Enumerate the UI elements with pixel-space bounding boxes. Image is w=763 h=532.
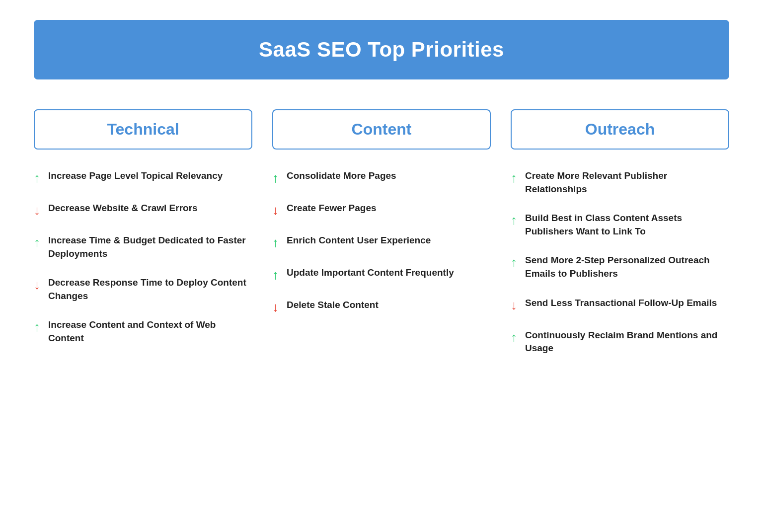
item-text: Update Important Content Frequently [287,266,454,280]
arrow-down-icon: ↓ [34,203,40,218]
arrow-up-icon: ↑ [34,319,40,335]
arrow-down-icon: ↓ [511,298,517,313]
arrow-down-icon: ↓ [34,277,40,293]
list-item: ↑Enrich Content User Experience [272,234,491,250]
list-item: ↑Increase Time & Budget Dedicated to Fas… [34,234,252,260]
column-title-technical: Technical [43,120,243,139]
list-item: ↑Increase Content and Context of Web Con… [34,318,252,345]
items-list-technical: ↑Increase Page Level Topical Relevancy↓D… [34,169,252,345]
item-text: Decrease Response Time to Deploy Content… [48,276,252,303]
item-text: Increase Time & Budget Dedicated to Fast… [48,234,252,260]
arrow-up-icon: ↑ [34,170,40,186]
page-title: SaaS SEO Top Priorities [54,38,709,62]
list-item: ↑Send More 2-Step Personalized Outreach … [511,254,729,280]
list-item: ↑Increase Page Level Topical Relevancy [34,169,252,186]
page-container: SaaS SEO Top Priorities Technical↑Increa… [34,20,729,355]
list-item: ↓Decrease Response Time to Deploy Conten… [34,276,252,303]
item-text: Increase Content and Context of Web Cont… [48,318,252,345]
list-item: ↑Consolidate More Pages [272,169,491,186]
item-text: Decrease Website & Crawl Errors [48,202,198,215]
column-header-technical: Technical [34,109,252,150]
item-text: Send More 2-Step Personalized Outreach E… [525,254,729,280]
list-item: ↑Update Important Content Frequently [272,266,491,283]
item-text: Create More Relevant Publisher Relations… [525,169,729,196]
item-text: Delete Stale Content [287,299,379,312]
header-banner: SaaS SEO Top Priorities [34,20,729,79]
list-item: ↑Create More Relevant Publisher Relation… [511,169,729,196]
list-item: ↓Delete Stale Content [272,299,491,315]
arrow-up-icon: ↑ [511,255,517,270]
list-item: ↓Decrease Website & Crawl Errors [34,202,252,218]
item-text: Continuously Reclaim Brand Mentions and … [525,329,729,355]
items-list-content: ↑Consolidate More Pages↓Create Fewer Pag… [272,169,491,315]
column-content: Content↑Consolidate More Pages↓Create Fe… [272,109,491,315]
arrow-up-icon: ↑ [272,235,279,250]
arrow-up-icon: ↑ [511,170,517,186]
column-title-outreach: Outreach [520,120,720,139]
arrow-up-icon: ↑ [34,235,40,250]
arrow-up-icon: ↑ [272,170,279,186]
items-list-outreach: ↑Create More Relevant Publisher Relation… [511,169,729,355]
arrow-up-icon: ↑ [272,267,279,283]
column-outreach: Outreach↑Create More Relevant Publisher … [511,109,729,355]
item-text: Enrich Content User Experience [287,234,431,247]
item-text: Build Best in Class Content Assets Publi… [525,212,729,238]
column-title-content: Content [281,120,482,139]
arrow-down-icon: ↓ [272,300,279,315]
item-text: Send Less Transactional Follow-Up Emails [525,297,717,310]
item-text: Consolidate More Pages [287,169,396,183]
list-item: ↓Send Less Transactional Follow-Up Email… [511,297,729,313]
list-item: ↑Build Best in Class Content Assets Publ… [511,212,729,238]
columns-wrapper: Technical↑Increase Page Level Topical Re… [34,109,729,355]
item-text: Create Fewer Pages [287,202,377,215]
arrow-up-icon: ↑ [511,213,517,228]
arrow-up-icon: ↑ [511,330,517,345]
column-header-content: Content [272,109,491,150]
list-item: ↑Continuously Reclaim Brand Mentions and… [511,329,729,355]
arrow-down-icon: ↓ [272,203,279,218]
item-text: Increase Page Level Topical Relevancy [48,169,223,183]
list-item: ↓Create Fewer Pages [272,202,491,218]
column-header-outreach: Outreach [511,109,729,150]
column-technical: Technical↑Increase Page Level Topical Re… [34,109,252,345]
